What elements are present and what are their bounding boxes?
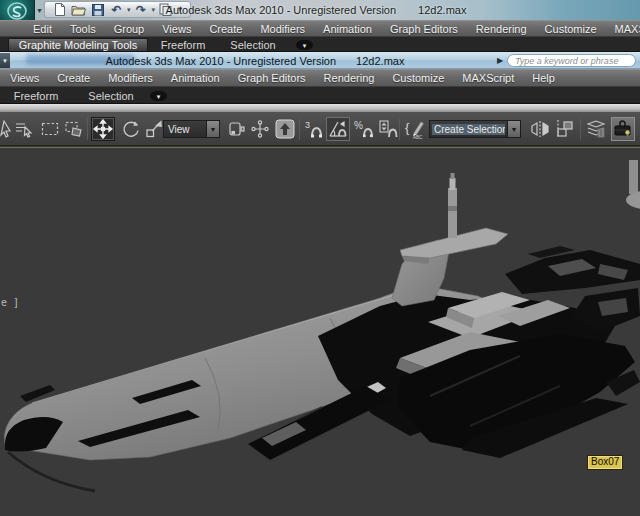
- menu-edit[interactable]: Edit: [24, 23, 61, 35]
- select-and-move-button[interactable]: [91, 117, 115, 141]
- angle-snap-toggle-button[interactable]: [326, 117, 350, 141]
- layer-manager-button[interactable]: [584, 117, 608, 141]
- keyboard-shortcut-override-button[interactable]: [273, 117, 297, 141]
- menu-bar-primary: Edit Tools Group Views Create Modifiers …: [0, 20, 640, 37]
- menu-create[interactable]: Create: [200, 23, 251, 35]
- menu-views[interactable]: Views: [153, 23, 200, 35]
- menu-bar-secondary: Views Create Modifiers Animation Graph E…: [0, 69, 640, 87]
- app-title-text: Autodesk 3ds Max 2010 - Unregistered Ver…: [166, 4, 397, 16]
- edit-named-selection-sets-button[interactable]: {ABC: [403, 117, 427, 141]
- ship-model-canvas[interactable]: [0, 146, 640, 516]
- menu-customize[interactable]: Customize: [536, 23, 606, 35]
- menu-modifiers[interactable]: Modifiers: [251, 23, 314, 35]
- svg-text:{: {: [405, 120, 410, 135]
- menu-maxscript[interactable]: MAXScript: [453, 72, 523, 84]
- background-object-ring[interactable]: [626, 160, 640, 210]
- application-menu-button[interactable]: [0, 0, 35, 22]
- menu-tools[interactable]: Tools: [61, 23, 105, 35]
- ribbon-tab-graphite-modeling-tools[interactable]: Graphite Modeling Tools: [8, 38, 148, 51]
- use-pivot-point-center-button[interactable]: [224, 117, 248, 141]
- graphite-modeling-tools-toggle-button[interactable]: [611, 117, 635, 141]
- menu-customize[interactable]: Customize: [383, 72, 453, 84]
- search-input[interactable]: [507, 54, 636, 67]
- window-crossing-toggle-button[interactable]: [62, 117, 86, 141]
- reference-coordinate-dropdown[interactable]: View ▼: [163, 120, 220, 138]
- menu-help[interactable]: Help: [523, 72, 564, 84]
- reference-coordinate-value: View: [164, 124, 206, 135]
- toolbar-separator: [399, 118, 400, 140]
- menu-rendering[interactable]: Rendering: [315, 72, 384, 84]
- main-toolbar: View ▼ 3 % {ABC Create Selection Se ▼: [0, 112, 640, 146]
- window-flyout-button[interactable]: ▼: [0, 53, 10, 68]
- align-button[interactable]: [553, 117, 577, 141]
- dropdown-arrow-icon[interactable]: ▼: [507, 121, 520, 137]
- mirror-button[interactable]: [528, 117, 552, 141]
- window-title-secondary: Autodesk 3ds Max 2010 - Unregistered Ver…: [10, 52, 500, 69]
- dropdown-arrow-icon[interactable]: ▼: [206, 121, 219, 137]
- ribbon-minimize-icon[interactable]: ▾: [150, 91, 167, 101]
- snaps-toggle-3d-button[interactable]: 3: [302, 117, 326, 141]
- object-tooltip: Box07: [587, 455, 623, 470]
- ribbon-tab-selection[interactable]: Selection: [222, 38, 284, 51]
- menu-graph-editors[interactable]: Graph Editors: [381, 23, 467, 35]
- menu-rendering[interactable]: Rendering: [467, 23, 536, 35]
- ribbon-tab-selection[interactable]: Selection: [80, 89, 142, 102]
- menu-animation[interactable]: Animation: [162, 72, 229, 84]
- menu-modifiers[interactable]: Modifiers: [99, 72, 162, 84]
- max-logo-icon: [6, 2, 28, 20]
- menu-graph-editors[interactable]: Graph Editors: [229, 72, 315, 84]
- menu-create[interactable]: Create: [48, 72, 99, 84]
- toolbar-separator: [299, 118, 300, 140]
- ship-model[interactable]: [4, 173, 640, 491]
- ribbon-tab-row-secondary: Freeform Selection ▾: [0, 87, 640, 104]
- select-and-rotate-button[interactable]: [119, 117, 143, 141]
- toolbar-separator: [580, 118, 581, 140]
- rectangular-selection-region-button[interactable]: [38, 117, 62, 141]
- ribbon-tab-row-primary: Graphite Modeling Tools Freeform Selecti…: [0, 37, 640, 52]
- antenna-mast[interactable]: [448, 173, 457, 238]
- ribbon-tab-freeform[interactable]: Freeform: [8, 89, 64, 102]
- document-name-text: 12d2.max: [418, 4, 466, 16]
- ribbon-minimize-icon[interactable]: ▾: [296, 40, 313, 50]
- svg-text:3: 3: [305, 120, 310, 130]
- ribbon-tab-freeform[interactable]: Freeform: [156, 38, 210, 51]
- svg-text:%: %: [354, 120, 363, 131]
- named-selection-set-value: Create Selection Se: [432, 124, 505, 135]
- spinner-snap-toggle-button[interactable]: [376, 117, 400, 141]
- select-and-manipulate-button[interactable]: [248, 117, 272, 141]
- percent-snap-toggle-button[interactable]: %: [352, 117, 376, 141]
- menu-group[interactable]: Group: [105, 23, 154, 35]
- search-expand-icon[interactable]: ▶: [497, 56, 503, 65]
- svg-text:ABC: ABC: [413, 135, 423, 140]
- select-by-name-button[interactable]: [12, 117, 36, 141]
- app-title-text: Autodesk 3ds Max 2010 - Unregistered Ver…: [106, 55, 337, 67]
- menu-animation[interactable]: Animation: [314, 23, 381, 35]
- toolbar-separator: [87, 118, 88, 140]
- menu-maxscript[interactable]: MAXScript: [606, 23, 640, 35]
- named-selection-sets-dropdown[interactable]: Create Selection Se ▼: [429, 120, 521, 138]
- perspective-viewport[interactable]: e ]: [0, 146, 640, 516]
- window-title: Autodesk 3ds Max 2010 - Unregistered Ver…: [36, 0, 596, 20]
- menu-views[interactable]: Views: [1, 72, 48, 84]
- ribbon-collapsed-strip: [0, 104, 640, 112]
- document-name-text: 12d2.max: [356, 55, 404, 67]
